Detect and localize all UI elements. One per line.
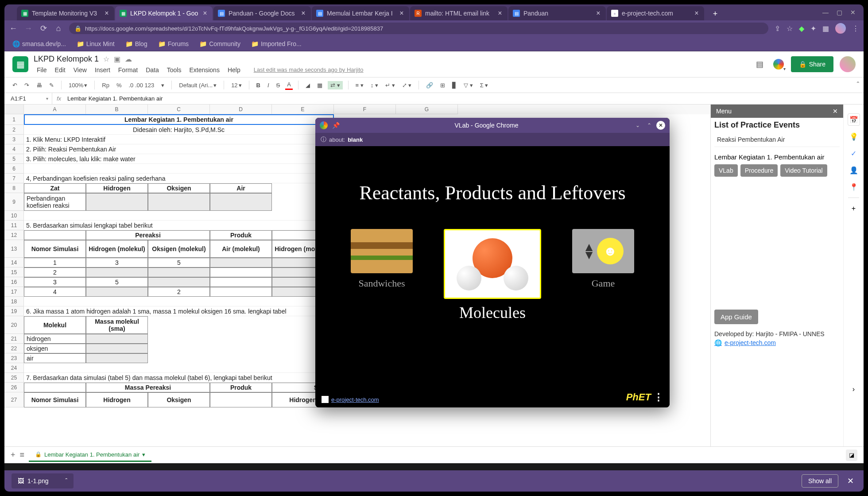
cell[interactable]: Hidrogen (molekul) bbox=[86, 240, 148, 258]
cell[interactable] bbox=[86, 267, 148, 277]
cell[interactable]: Massa molekul (sma) bbox=[86, 316, 148, 334]
close-icon[interactable]: × bbox=[399, 10, 405, 16]
cell[interactable]: Air (molekul) bbox=[210, 240, 272, 258]
cell[interactable] bbox=[24, 211, 334, 221]
cell[interactable]: Produk bbox=[210, 230, 272, 240]
functions-icon[interactable]: Σ ▾ bbox=[478, 81, 490, 89]
maps-icon[interactable]: 📍 bbox=[848, 181, 860, 193]
cell[interactable]: air bbox=[24, 353, 86, 363]
vlab-button[interactable]: VLab bbox=[714, 164, 738, 177]
collapse-toolbar-icon[interactable]: ˆ bbox=[857, 81, 859, 89]
font-select[interactable]: Default (Ari... ▾ bbox=[177, 81, 218, 89]
menu-tools[interactable]: Tools bbox=[164, 66, 185, 74]
close-icon[interactable]: × bbox=[694, 10, 700, 16]
close-icon[interactable]: × bbox=[104, 10, 110, 16]
close-icon[interactable]: × bbox=[202, 10, 208, 16]
new-tab-button[interactable]: + bbox=[709, 7, 722, 20]
cell[interactable] bbox=[86, 287, 148, 297]
cell[interactable] bbox=[86, 353, 148, 363]
cell[interactable] bbox=[210, 267, 272, 277]
col-header[interactable]: F bbox=[334, 105, 396, 114]
sheets-logo-icon[interactable]: ▦ bbox=[12, 56, 28, 72]
col-header[interactable]: B bbox=[86, 105, 148, 114]
chart-icon[interactable]: ▊ bbox=[450, 81, 458, 89]
select-all-corner[interactable] bbox=[4, 105, 24, 114]
bookmark[interactable]: 📁Imported Fro... bbox=[251, 40, 302, 47]
cell[interactable]: Nomor Simulasi bbox=[24, 392, 86, 407]
edit-history[interactable]: Last edit was made seconds ago by Harjit… bbox=[251, 66, 367, 74]
rotate-icon[interactable]: ⤢ ▾ bbox=[400, 81, 414, 89]
cell[interactable]: Hidrogen bbox=[86, 183, 148, 193]
cell[interactable] bbox=[86, 334, 148, 344]
game-option[interactable]: ▲▼ ☻ Game bbox=[572, 229, 634, 289]
wrap-icon[interactable]: ↵ ▾ bbox=[384, 81, 397, 89]
url-input[interactable]: 🔒https://docs.google.com/spreadsheets/d/… bbox=[69, 23, 768, 34]
more-formats[interactable]: ▾ bbox=[159, 81, 166, 89]
bookmark[interactable]: 📁Linux Mint bbox=[77, 40, 115, 47]
cell[interactable]: Zat bbox=[24, 183, 86, 193]
bookmark[interactable]: 📁Forums bbox=[158, 40, 189, 47]
practice-event-item[interactable]: Reaksi Pembentukan Air bbox=[714, 132, 840, 147]
add-sheet-icon[interactable]: + bbox=[11, 450, 16, 460]
cell[interactable]: Air bbox=[210, 183, 272, 193]
close-icon[interactable]: × bbox=[300, 10, 306, 16]
download-item[interactable]: 🖼1-1.pngˆ bbox=[12, 473, 74, 488]
col-header[interactable]: A bbox=[24, 105, 86, 114]
tasks-icon[interactable]: ✓ bbox=[848, 147, 860, 159]
percent-button[interactable]: % bbox=[115, 81, 124, 89]
sheet-tab[interactable]: 🔒Lembar Kegiatan 1. Pembentukan air▾ bbox=[29, 449, 151, 462]
undo-icon[interactable]: ↶ bbox=[11, 81, 19, 89]
menu-extensions[interactable]: Extensions bbox=[186, 66, 222, 74]
close-icon[interactable]: ✕ bbox=[845, 476, 856, 486]
filter-icon[interactable]: ▽ ▾ bbox=[462, 81, 475, 89]
cell[interactable]: oksigen bbox=[24, 344, 86, 353]
profile-avatar[interactable] bbox=[835, 23, 846, 34]
col-header[interactable]: E bbox=[272, 105, 334, 114]
cell[interactable]: 5. Berdasarkan simulasi lengkapi tabel b… bbox=[24, 221, 334, 230]
decimals-button[interactable]: .0 .00 123 bbox=[127, 81, 156, 89]
browser-tab[interactable]: ▤Panduan× bbox=[508, 6, 606, 20]
sandwiches-option[interactable]: Sandwiches bbox=[351, 229, 413, 289]
bookmark[interactable]: 🌐smansa.dev/p... bbox=[12, 40, 66, 47]
merge-icon[interactable]: ⇄ ▾ bbox=[328, 81, 343, 89]
cell[interactable]: Massa Pereaksi bbox=[86, 383, 210, 392]
cell[interactable] bbox=[148, 267, 210, 277]
share-icon[interactable]: ⇪ bbox=[775, 24, 780, 33]
textcolor-button[interactable]: A bbox=[285, 80, 293, 90]
cell[interactable]: 5 bbox=[148, 258, 210, 267]
popup-address-bar[interactable]: ⓘ about:blank bbox=[315, 133, 670, 146]
cell[interactable]: 5 bbox=[86, 277, 148, 287]
all-sheets-icon[interactable]: ≡ bbox=[20, 450, 25, 460]
cell[interactable]: hidrogen bbox=[24, 334, 86, 344]
chevron-down-icon[interactable]: ▾ bbox=[142, 451, 145, 458]
menu-help[interactable]: Help bbox=[225, 66, 244, 74]
fontsize-select[interactable]: 12 ▾ bbox=[229, 81, 243, 89]
phet-logo[interactable]: PhET ⋮ bbox=[626, 391, 663, 403]
fill-icon[interactable]: ◢ bbox=[304, 81, 312, 89]
cell[interactable]: 2. Pilih: Reaksi Pembentukan Air bbox=[24, 144, 334, 154]
cell[interactable]: Oksigen (molekul) bbox=[148, 240, 210, 258]
close-icon[interactable]: ✕ bbox=[833, 108, 838, 115]
show-all-downloads-button[interactable]: Show all bbox=[802, 474, 838, 488]
strike-button[interactable]: S bbox=[275, 81, 282, 89]
grid-icon[interactable]: ▦ bbox=[822, 24, 829, 33]
bookmark[interactable]: 📁Community bbox=[199, 40, 240, 47]
app-guide-button[interactable]: App Guide bbox=[714, 310, 758, 324]
cell[interactable]: 4 bbox=[24, 287, 86, 297]
cell[interactable] bbox=[148, 193, 210, 211]
developer-link[interactable]: 🌐e-project-tech.com bbox=[714, 339, 840, 346]
video-tutorial-button[interactable]: Video Tutorial bbox=[780, 164, 827, 177]
bookmark[interactable]: 📁Blog bbox=[125, 40, 147, 47]
redo-icon[interactable]: ↷ bbox=[23, 81, 31, 89]
col-header[interactable]: G bbox=[396, 105, 458, 114]
menu-format[interactable]: Format bbox=[115, 66, 141, 74]
cell[interactable]: Perbandingan koefisien reaksi bbox=[24, 193, 86, 211]
reload-icon[interactable]: ⟳ bbox=[39, 23, 48, 33]
add-addon-icon[interactable]: + bbox=[848, 202, 860, 215]
cell[interactable]: 3. Pilih: molecules, lalu klik: make wat… bbox=[24, 154, 334, 164]
extension-icon[interactable]: ◆ bbox=[799, 24, 804, 33]
cell[interactable]: 3 bbox=[24, 277, 86, 287]
star-icon[interactable]: ☆ bbox=[103, 55, 109, 63]
minimize-icon[interactable]: ⌄ bbox=[633, 121, 642, 130]
borders-icon[interactable]: ▦ bbox=[315, 81, 324, 89]
